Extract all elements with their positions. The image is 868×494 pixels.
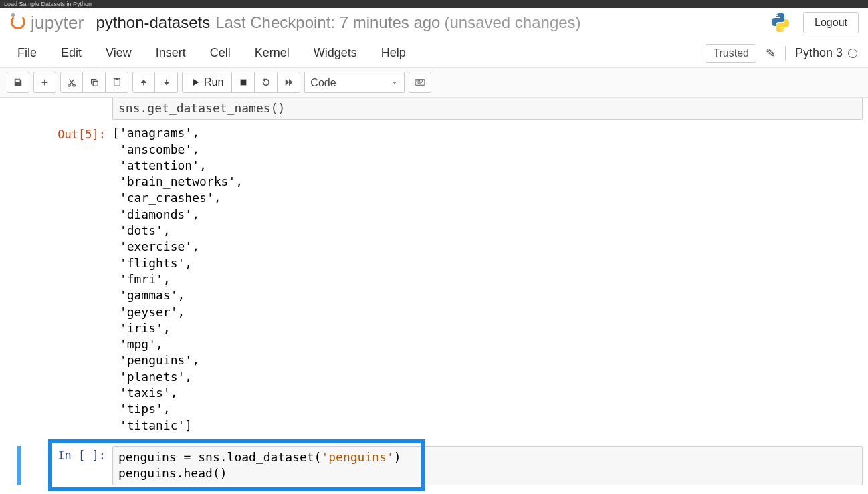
menu-widgets[interactable]: Widgets xyxy=(302,41,369,66)
interrupt-button[interactable] xyxy=(232,72,255,93)
svg-rect-16 xyxy=(422,80,423,81)
save-button[interactable] xyxy=(7,72,29,93)
jupyter-logo[interactable]: jupyter xyxy=(9,13,84,33)
run-button[interactable]: Run xyxy=(182,72,232,93)
menu-edit[interactable]: Edit xyxy=(49,41,94,66)
restart-button[interactable] xyxy=(255,72,278,93)
svg-rect-19 xyxy=(420,82,421,82)
code-input-partial[interactable]: sns.get_dataset_names() xyxy=(112,98,863,120)
restart-run-all-button[interactable] xyxy=(278,72,300,93)
output-text: ['anagrams', 'anscombe', 'attention', 'b… xyxy=(112,125,863,434)
kernel-status-icon xyxy=(848,49,857,58)
edit-icon[interactable]: ✎ xyxy=(766,46,776,61)
notebook-area[interactable]: sns.get_dataset_names() Out[5]: ['anagra… xyxy=(0,98,868,494)
notebook-name[interactable]: python-datasets xyxy=(96,13,210,32)
trusted-indicator[interactable]: Trusted xyxy=(706,44,756,63)
svg-rect-17 xyxy=(417,82,417,82)
notebook-header: jupyter python-datasets Last Checkpoint:… xyxy=(0,8,868,39)
paste-button[interactable] xyxy=(106,72,128,93)
svg-rect-15 xyxy=(421,80,421,81)
svg-rect-21 xyxy=(418,83,422,84)
command-palette-button[interactable] xyxy=(409,72,431,93)
menubar: File Edit View Insert Cell Kernel Widget… xyxy=(0,39,868,68)
move-cell-up-button[interactable] xyxy=(132,72,155,93)
kernel-name: Python 3 xyxy=(795,46,843,60)
checkpoint-status: Last Checkpoint: 7 minutes ago xyxy=(215,13,440,32)
menu-file[interactable]: File xyxy=(5,41,49,66)
svg-rect-9 xyxy=(166,80,167,82)
svg-rect-12 xyxy=(417,80,417,81)
move-cell-down-button[interactable] xyxy=(155,72,178,93)
toolbar: Run CodeMarkdownRaw NBConvertHeading xyxy=(0,68,868,98)
kernel-indicator[interactable]: Python 3 xyxy=(795,46,857,60)
svg-rect-20 xyxy=(421,82,422,82)
jupyter-logo-text: jupyter xyxy=(31,13,84,33)
svg-rect-5 xyxy=(93,81,98,86)
prompt-empty xyxy=(5,98,112,120)
run-label: Run xyxy=(204,76,223,88)
jupyter-logo-icon xyxy=(9,13,28,32)
browser-tab-title: Load Sample Datasets in Python xyxy=(0,0,868,8)
unsaved-changes-label: (unsaved changes) xyxy=(444,13,580,32)
active-cell[interactable]: In [ ]: penguins = sns.load_dataset('pen… xyxy=(5,446,863,485)
copy-button[interactable] xyxy=(83,72,106,93)
menu-kernel[interactable]: Kernel xyxy=(243,41,302,66)
output-prompt: Out[5]: xyxy=(5,125,112,434)
svg-point-0 xyxy=(776,15,778,16)
insert-cell-below-button[interactable] xyxy=(33,72,56,93)
menu-help[interactable]: Help xyxy=(369,41,418,66)
svg-rect-14 xyxy=(419,80,420,81)
active-cell-indicator xyxy=(17,446,21,485)
code-input-active[interactable]: penguins = sns.load_dataset('penguins') … xyxy=(112,446,863,485)
menu-cell[interactable]: Cell xyxy=(198,41,243,66)
logout-button[interactable]: Logout xyxy=(803,12,859,33)
svg-rect-18 xyxy=(419,82,419,82)
svg-rect-8 xyxy=(143,82,144,85)
output-cell: Out[5]: ['anagrams', 'anscombe', 'attent… xyxy=(5,125,863,434)
python-logo-icon xyxy=(770,12,791,33)
svg-rect-13 xyxy=(418,80,419,81)
code-cell-partial[interactable]: sns.get_dataset_names() xyxy=(5,98,863,120)
play-icon xyxy=(191,78,200,87)
cut-button[interactable] xyxy=(60,72,83,93)
svg-rect-7 xyxy=(116,78,118,80)
menu-view[interactable]: View xyxy=(94,41,144,66)
svg-rect-10 xyxy=(240,80,246,86)
cell-type-select[interactable]: CodeMarkdownRaw NBConvertHeading xyxy=(304,72,405,93)
svg-point-1 xyxy=(783,29,784,31)
menu-insert[interactable]: Insert xyxy=(144,41,198,66)
input-prompt: In [ ]: xyxy=(5,446,112,485)
kernel-separator xyxy=(785,46,786,61)
